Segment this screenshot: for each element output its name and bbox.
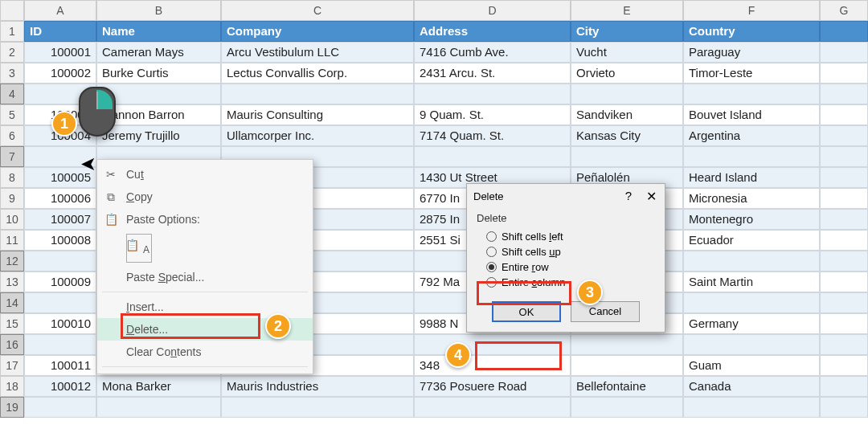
cell[interactable]: Ullamcorper Inc. xyxy=(221,125,414,146)
ok-button[interactable]: OK xyxy=(492,301,561,322)
menu-cut[interactable]: ✂ Cut xyxy=(97,163,313,186)
cell[interactable]: 7174 Quam. St. xyxy=(414,125,571,146)
cell[interactable] xyxy=(820,146,868,167)
cell[interactable]: 100006 xyxy=(24,188,96,209)
cell[interactable] xyxy=(24,292,96,313)
radio-entire-column[interactable]: Entire column xyxy=(483,275,655,290)
cell[interactable] xyxy=(820,188,868,209)
cell[interactable]: Burke Curtis xyxy=(96,63,221,84)
menu-clear-contents[interactable]: Clear Contents xyxy=(97,341,313,363)
row-header[interactable]: 4 xyxy=(0,84,24,104)
cell[interactable]: Bouvet Island xyxy=(683,104,820,125)
cell[interactable] xyxy=(820,355,868,376)
cell[interactable]: Bellefontaine xyxy=(571,376,683,397)
cell[interactable] xyxy=(820,292,868,313)
column-header[interactable]: E xyxy=(571,0,683,21)
cell[interactable]: Saint Martin xyxy=(683,271,820,292)
cell[interactable] xyxy=(683,146,820,167)
table-header-cell[interactable]: Company xyxy=(221,21,414,42)
cell[interactable] xyxy=(414,397,571,418)
cell[interactable] xyxy=(820,334,868,355)
row-header[interactable]: 14 xyxy=(0,292,24,313)
cell[interactable] xyxy=(414,84,571,104)
cell[interactable]: 100012 xyxy=(24,376,96,397)
table-header-cell[interactable]: City xyxy=(571,21,683,42)
cell[interactable] xyxy=(820,376,868,397)
row-header[interactable]: 19 xyxy=(0,397,24,418)
cell[interactable]: Guam xyxy=(683,355,820,376)
row-header[interactable]: 13 xyxy=(0,271,24,292)
help-icon[interactable]: ? xyxy=(621,189,636,204)
radio-entire-row[interactable]: Entire row xyxy=(483,259,655,275)
cell[interactable] xyxy=(414,334,571,355)
row-header[interactable]: 2 xyxy=(0,42,24,63)
cell[interactable]: Mauris Industries xyxy=(221,376,414,397)
cell[interactable]: Micronesia xyxy=(683,188,820,209)
row-header[interactable]: 16 xyxy=(0,334,24,355)
cell[interactable] xyxy=(24,334,96,355)
cell[interactable]: 7736 Posuere Road xyxy=(414,376,571,397)
cell[interactable]: Paraguay xyxy=(683,42,820,63)
cell[interactable] xyxy=(414,146,571,167)
cell[interactable] xyxy=(221,84,414,104)
cell[interactable]: 100005 xyxy=(24,167,96,188)
row-header[interactable]: 7 xyxy=(0,146,24,167)
cell[interactable]: 100008 xyxy=(24,230,96,251)
table-header-cell[interactable]: Address xyxy=(414,21,571,42)
cell[interactable] xyxy=(820,167,868,188)
radio-shift-left[interactable]: Shift cells left xyxy=(483,229,655,244)
column-header[interactable]: G xyxy=(820,0,868,21)
cell[interactable] xyxy=(683,397,820,418)
cell[interactable] xyxy=(571,84,683,104)
cell[interactable] xyxy=(24,397,96,418)
cell[interactable] xyxy=(820,42,868,63)
cell[interactable]: Arcu Vestibulum LLC xyxy=(221,42,414,63)
cell[interactable] xyxy=(221,397,414,418)
table-header-cell[interactable] xyxy=(820,21,868,42)
row-header[interactable]: 6 xyxy=(0,125,24,146)
row-header[interactable]: 9 xyxy=(0,188,24,209)
close-icon[interactable]: ✕ xyxy=(644,189,658,204)
cell[interactable] xyxy=(820,84,868,104)
cell[interactable] xyxy=(820,313,868,334)
cell[interactable]: Argentina xyxy=(683,125,820,146)
cell[interactable] xyxy=(571,397,683,418)
row-header[interactable]: 15 xyxy=(0,313,24,334)
cell[interactable] xyxy=(571,334,683,355)
row-header[interactable]: 3 xyxy=(0,63,24,84)
row-header[interactable]: 17 xyxy=(0,355,24,376)
cell[interactable] xyxy=(24,146,96,167)
cell[interactable]: Kansas City xyxy=(571,125,683,146)
column-header[interactable]: D xyxy=(414,0,571,21)
cell[interactable]: Ecuador xyxy=(683,230,820,251)
cell[interactable]: Germany xyxy=(683,313,820,334)
cell[interactable]: 100009 xyxy=(24,271,96,292)
cell[interactable] xyxy=(96,397,221,418)
cell[interactable]: Jeremy Trujillo xyxy=(96,125,221,146)
cell[interactable]: 9 Quam. St. xyxy=(414,104,571,125)
cell[interactable] xyxy=(820,63,868,84)
cell[interactable] xyxy=(24,251,96,271)
column-header[interactable]: F xyxy=(683,0,820,21)
cell[interactable]: Lectus Convallis Corp. xyxy=(221,63,414,84)
cancel-button[interactable]: Cancel xyxy=(571,301,640,322)
cell[interactable] xyxy=(571,146,683,167)
cell[interactable]: 100001 xyxy=(24,42,96,63)
cell[interactable]: 100011 xyxy=(24,355,96,376)
select-all-corner[interactable] xyxy=(0,0,24,21)
column-header[interactable]: A xyxy=(24,0,96,21)
cell[interactable] xyxy=(820,209,868,230)
cell[interactable]: Timor-Leste xyxy=(683,63,820,84)
cell[interactable]: Cameran Mays xyxy=(96,42,221,63)
radio-shift-up[interactable]: Shift cells up xyxy=(483,244,655,259)
cell[interactable]: Sandviken xyxy=(571,104,683,125)
cell[interactable]: 348 xyxy=(414,355,571,376)
cell[interactable]: Canada xyxy=(683,376,820,397)
row-header[interactable]: 10 xyxy=(0,209,24,230)
cell[interactable]: 2431 Arcu. St. xyxy=(414,63,571,84)
cell[interactable]: Heard Island xyxy=(683,167,820,188)
cell[interactable]: 100002 xyxy=(24,63,96,84)
cell[interactable]: Orvieto xyxy=(571,63,683,84)
table-header-cell[interactable]: ID xyxy=(24,21,96,42)
column-header[interactable]: B xyxy=(96,0,221,21)
